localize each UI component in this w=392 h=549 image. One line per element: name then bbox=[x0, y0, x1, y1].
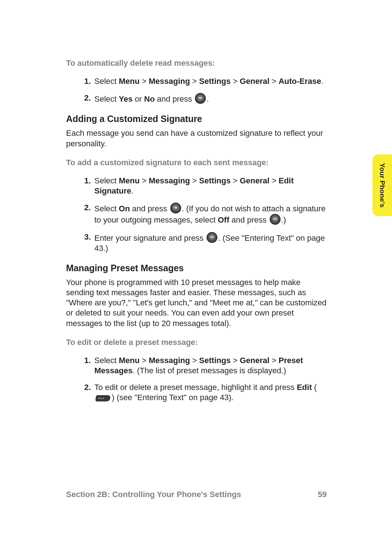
ok-button-icon bbox=[270, 214, 281, 225]
side-tab-your-phones: Your Phone's bbox=[372, 154, 392, 216]
manual-page: To automatically delete read messages: 1… bbox=[0, 0, 392, 549]
steps-auto-delete: 1. Select Menu > Messaging > Settings > … bbox=[66, 76, 327, 104]
svg-point-2 bbox=[103, 398, 104, 399]
step-2: 2. Select Yes or No and press . bbox=[84, 93, 327, 104]
ok-button-icon bbox=[170, 203, 181, 214]
footer-section-title: Section 2B: Controlling Your Phone's Set… bbox=[66, 489, 241, 500]
steps-edit-preset: 1. Select Menu > Messaging > Settings > … bbox=[66, 355, 327, 403]
subhead-auto-delete: To automatically delete read messages: bbox=[66, 58, 327, 68]
step-text: To edit or delete a preset message, high… bbox=[94, 383, 317, 402]
step-1: 1. Select Menu > Messaging > Settings > … bbox=[84, 76, 327, 86]
body-customized-signature: Each message you send can have a customi… bbox=[66, 128, 327, 149]
step-2: 2. Select On and press . (If you do not … bbox=[84, 203, 327, 225]
step-1: 1. Select Menu > Messaging > Settings > … bbox=[84, 176, 327, 196]
heading-preset-messages: Managing Preset Messages bbox=[66, 262, 327, 274]
footer-page-number: 59 bbox=[318, 489, 327, 500]
subhead-add-signature: To add a customized signature to each se… bbox=[66, 158, 327, 168]
step-number: 1. bbox=[84, 76, 91, 86]
ok-button-icon bbox=[207, 232, 217, 243]
step-number: 1. bbox=[84, 176, 91, 186]
subhead-edit-preset: To edit or delete a preset message: bbox=[66, 337, 327, 347]
step-number: 2. bbox=[84, 203, 91, 213]
svg-point-1 bbox=[101, 398, 102, 399]
page-footer: Section 2B: Controlling Your Phone's Set… bbox=[66, 489, 327, 500]
step-number: 3. bbox=[84, 232, 91, 242]
ok-button-icon bbox=[195, 93, 206, 104]
step-number: 1. bbox=[84, 355, 91, 366]
step-number: 2. bbox=[84, 93, 91, 103]
step-text: Select Menu > Messaging > Settings > Gen… bbox=[94, 77, 323, 86]
steps-add-signature: 1. Select Menu > Messaging > Settings > … bbox=[66, 176, 327, 253]
body-preset-messages: Your phone is programmed with 10 preset … bbox=[66, 277, 327, 329]
step-text: Select Yes or No and press . bbox=[94, 94, 209, 103]
step-number: 2. bbox=[84, 382, 91, 393]
step-text: Enter your signature and press . (See "E… bbox=[94, 233, 325, 253]
step-3: 3. Enter your signature and press . (See… bbox=[84, 232, 327, 253]
step-text: Select Menu > Messaging > Settings > Gen… bbox=[94, 356, 303, 375]
edit-softkey-icon bbox=[95, 394, 111, 402]
svg-point-0 bbox=[98, 398, 99, 399]
heading-customized-signature: Adding a Customized Signature bbox=[66, 113, 327, 125]
step-1: 1. Select Menu > Messaging > Settings > … bbox=[84, 355, 327, 376]
step-2: 2. To edit or delete a preset message, h… bbox=[84, 382, 327, 403]
side-tab-label: Your Phone's bbox=[378, 163, 387, 208]
step-text: Select On and press . (If you do not wis… bbox=[94, 204, 326, 224]
step-text: Select Menu > Messaging > Settings > Gen… bbox=[94, 176, 294, 195]
